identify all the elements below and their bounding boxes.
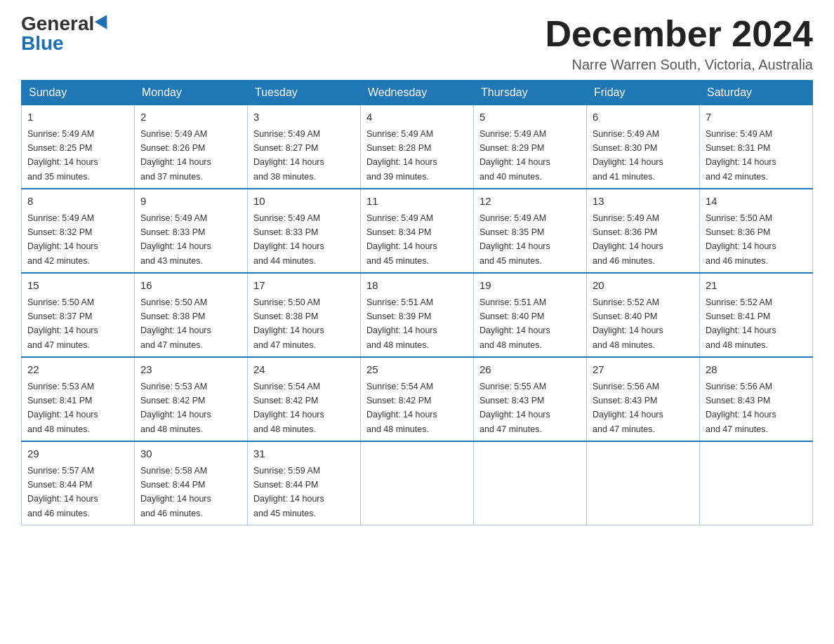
day-number: 21	[706, 278, 807, 294]
week-row-4: 22Sunrise: 5:53 AMSunset: 8:41 PMDayligh…	[22, 357, 813, 441]
day-info: Sunrise: 5:54 AMSunset: 8:42 PMDaylight:…	[253, 382, 324, 434]
calendar-cell	[700, 441, 813, 525]
calendar-cell: 23Sunrise: 5:53 AMSunset: 8:42 PMDayligh…	[135, 357, 248, 441]
logo: General Blue	[21, 14, 111, 53]
day-number: 17	[253, 278, 355, 294]
calendar-cell: 27Sunrise: 5:56 AMSunset: 8:43 PMDayligh…	[587, 357, 700, 441]
calendar-cell: 10Sunrise: 5:49 AMSunset: 8:33 PMDayligh…	[248, 189, 361, 273]
calendar-cell: 26Sunrise: 5:55 AMSunset: 8:43 PMDayligh…	[474, 357, 587, 441]
location-subtitle: Narre Warren South, Victoria, Australia	[545, 57, 813, 73]
day-info: Sunrise: 5:58 AMSunset: 8:44 PMDaylight:…	[140, 466, 211, 518]
day-info: Sunrise: 5:50 AMSunset: 8:37 PMDaylight:…	[27, 297, 98, 350]
day-number: 16	[140, 278, 241, 294]
calendar-cell: 7Sunrise: 5:49 AMSunset: 8:31 PMDaylight…	[700, 105, 813, 189]
day-number: 5	[479, 109, 581, 126]
day-number: 23	[140, 362, 241, 378]
day-number: 29	[27, 446, 128, 462]
day-info: Sunrise: 5:49 AMSunset: 8:25 PMDaylight:…	[27, 129, 98, 182]
day-info: Sunrise: 5:49 AMSunset: 8:33 PMDaylight:…	[140, 213, 211, 266]
day-number: 20	[593, 278, 694, 294]
day-number: 10	[253, 194, 355, 210]
day-info: Sunrise: 5:55 AMSunset: 8:43 PMDaylight:…	[479, 382, 550, 434]
calendar-cell: 22Sunrise: 5:53 AMSunset: 8:41 PMDayligh…	[22, 357, 135, 441]
week-row-1: 1Sunrise: 5:49 AMSunset: 8:25 PMDaylight…	[22, 105, 813, 189]
day-number: 8	[27, 194, 128, 210]
calendar-cell: 31Sunrise: 5:59 AMSunset: 8:44 PMDayligh…	[248, 441, 361, 525]
calendar-cell: 19Sunrise: 5:51 AMSunset: 8:40 PMDayligh…	[474, 273, 587, 357]
calendar-cell: 4Sunrise: 5:49 AMSunset: 8:28 PMDaylight…	[361, 105, 474, 189]
day-info: Sunrise: 5:56 AMSunset: 8:43 PMDaylight:…	[593, 382, 663, 434]
day-number: 9	[140, 194, 241, 210]
day-info: Sunrise: 5:53 AMSunset: 8:42 PMDaylight:…	[140, 382, 211, 434]
day-info: Sunrise: 5:50 AMSunset: 8:36 PMDaylight:…	[706, 213, 776, 266]
calendar-cell: 28Sunrise: 5:56 AMSunset: 8:43 PMDayligh…	[700, 357, 813, 441]
calendar-cell: 29Sunrise: 5:57 AMSunset: 8:44 PMDayligh…	[22, 441, 135, 525]
calendar-cell: 11Sunrise: 5:49 AMSunset: 8:34 PMDayligh…	[361, 189, 474, 273]
calendar-cell: 3Sunrise: 5:49 AMSunset: 8:27 PMDaylight…	[248, 105, 361, 189]
day-number: 14	[706, 194, 807, 210]
day-number: 7	[706, 109, 807, 126]
month-title: December 2024	[545, 14, 813, 54]
day-number: 27	[593, 362, 694, 378]
week-row-2: 8Sunrise: 5:49 AMSunset: 8:32 PMDaylight…	[22, 189, 813, 273]
day-number: 24	[253, 362, 355, 378]
day-info: Sunrise: 5:57 AMSunset: 8:44 PMDaylight:…	[27, 466, 98, 518]
calendar-cell: 8Sunrise: 5:49 AMSunset: 8:32 PMDaylight…	[22, 189, 135, 273]
calendar-cell: 20Sunrise: 5:52 AMSunset: 8:40 PMDayligh…	[587, 273, 700, 357]
calendar-cell	[587, 441, 700, 525]
calendar-cell	[474, 441, 587, 525]
calendar-cell: 16Sunrise: 5:50 AMSunset: 8:38 PMDayligh…	[135, 273, 248, 357]
calendar-cell: 6Sunrise: 5:49 AMSunset: 8:30 PMDaylight…	[587, 105, 700, 189]
day-info: Sunrise: 5:49 AMSunset: 8:31 PMDaylight:…	[706, 129, 776, 182]
logo-triangle-icon	[95, 15, 113, 33]
calendar-cell: 17Sunrise: 5:50 AMSunset: 8:38 PMDayligh…	[248, 273, 361, 357]
calendar-cell: 15Sunrise: 5:50 AMSunset: 8:37 PMDayligh…	[22, 273, 135, 357]
week-row-5: 29Sunrise: 5:57 AMSunset: 8:44 PMDayligh…	[22, 441, 813, 525]
calendar-cell: 9Sunrise: 5:49 AMSunset: 8:33 PMDaylight…	[135, 189, 248, 273]
calendar-cell: 24Sunrise: 5:54 AMSunset: 8:42 PMDayligh…	[248, 357, 361, 441]
logo-blue-text: Blue	[21, 34, 64, 53]
day-number: 22	[27, 362, 128, 378]
day-number: 18	[366, 278, 468, 294]
day-info: Sunrise: 5:49 AMSunset: 8:30 PMDaylight:…	[593, 129, 663, 182]
day-number: 31	[253, 446, 355, 462]
calendar-cell: 2Sunrise: 5:49 AMSunset: 8:26 PMDaylight…	[135, 105, 248, 189]
day-number: 15	[27, 278, 128, 294]
day-number: 4	[366, 109, 468, 126]
day-number: 2	[140, 109, 241, 126]
calendar-header-row: SundayMondayTuesdayWednesdayThursdayFrid…	[22, 81, 813, 105]
day-info: Sunrise: 5:59 AMSunset: 8:44 PMDaylight:…	[253, 466, 324, 518]
day-info: Sunrise: 5:49 AMSunset: 8:33 PMDaylight:…	[253, 213, 324, 266]
day-number: 1	[27, 109, 128, 126]
page-header: General Blue December 2024 Narre Warren …	[21, 14, 813, 73]
day-info: Sunrise: 5:56 AMSunset: 8:43 PMDaylight:…	[706, 382, 776, 434]
calendar-cell: 5Sunrise: 5:49 AMSunset: 8:29 PMDaylight…	[474, 105, 587, 189]
header-wednesday: Wednesday	[361, 81, 474, 105]
calendar-cell: 12Sunrise: 5:49 AMSunset: 8:35 PMDayligh…	[474, 189, 587, 273]
day-number: 26	[479, 362, 581, 378]
day-info: Sunrise: 5:53 AMSunset: 8:41 PMDaylight:…	[27, 382, 98, 434]
header-tuesday: Tuesday	[248, 81, 361, 105]
day-info: Sunrise: 5:51 AMSunset: 8:40 PMDaylight:…	[479, 297, 550, 350]
day-number: 19	[479, 278, 581, 294]
header-thursday: Thursday	[474, 81, 587, 105]
day-number: 13	[593, 194, 694, 210]
day-info: Sunrise: 5:49 AMSunset: 8:36 PMDaylight:…	[593, 213, 663, 266]
calendar-cell: 14Sunrise: 5:50 AMSunset: 8:36 PMDayligh…	[700, 189, 813, 273]
day-number: 30	[140, 446, 241, 462]
calendar-cell	[361, 441, 474, 525]
header-saturday: Saturday	[700, 81, 813, 105]
day-info: Sunrise: 5:49 AMSunset: 8:35 PMDaylight:…	[479, 213, 550, 266]
calendar-cell: 1Sunrise: 5:49 AMSunset: 8:25 PMDaylight…	[22, 105, 135, 189]
day-info: Sunrise: 5:49 AMSunset: 8:29 PMDaylight:…	[479, 129, 550, 182]
day-number: 28	[706, 362, 807, 378]
calendar-cell: 13Sunrise: 5:49 AMSunset: 8:36 PMDayligh…	[587, 189, 700, 273]
day-number: 12	[479, 194, 581, 210]
calendar-cell: 25Sunrise: 5:54 AMSunset: 8:42 PMDayligh…	[361, 357, 474, 441]
day-info: Sunrise: 5:49 AMSunset: 8:28 PMDaylight:…	[366, 129, 437, 182]
day-number: 25	[366, 362, 468, 378]
day-info: Sunrise: 5:54 AMSunset: 8:42 PMDaylight:…	[366, 382, 437, 434]
day-info: Sunrise: 5:51 AMSunset: 8:39 PMDaylight:…	[366, 297, 437, 350]
day-info: Sunrise: 5:50 AMSunset: 8:38 PMDaylight:…	[253, 297, 324, 350]
header-sunday: Sunday	[22, 81, 135, 105]
